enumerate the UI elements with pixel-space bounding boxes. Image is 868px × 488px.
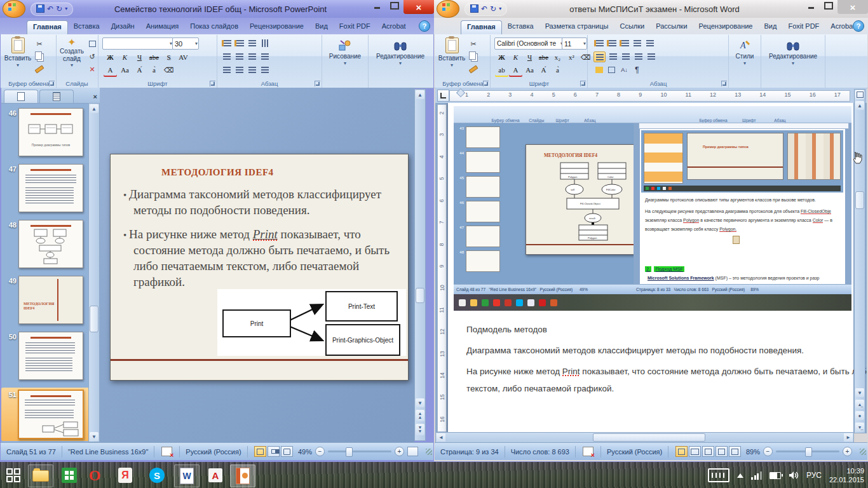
slide-title[interactable]: МЕТОДОЛОГИЯ IDEF4	[161, 167, 274, 178]
slide-canvas[interactable]: МЕТОДОЛОГИЯ IDEF4 Диаграмма таксономий м…	[110, 154, 409, 381]
ribbon-tab[interactable]: Acrobat	[376, 20, 412, 34]
minimize-button[interactable]	[802, 0, 820, 11]
zoom-slider[interactable]	[776, 451, 839, 452]
dialog-launcher-icon[interactable]	[315, 81, 320, 86]
scroll-thumb[interactable]	[90, 306, 98, 332]
network-signal-icon[interactable]	[751, 471, 762, 480]
highlight-button[interactable]: ab	[495, 64, 508, 76]
reset-slide-button[interactable]: ↺	[86, 51, 98, 62]
grow-font-button[interactable]: А́	[133, 64, 146, 76]
zoom-slider-thumb[interactable]	[805, 447, 812, 457]
columns-button[interactable]	[247, 51, 257, 61]
previous-page-button[interactable]: ▲̲	[855, 400, 864, 409]
align-right-button[interactable]	[620, 51, 631, 61]
battery-icon[interactable]	[770, 472, 781, 479]
ribbon-tab[interactable]: Ссылки	[614, 20, 650, 34]
slide-diagram[interactable]: Print Print-Text Print-Graphics-Object	[217, 289, 406, 356]
next-slide-button[interactable]: ▼▼	[416, 424, 424, 435]
redo-button[interactable]: ↻	[490, 5, 496, 13]
change-case-button[interactable]: Аа	[523, 64, 536, 76]
multilevel-list-button[interactable]	[619, 38, 630, 48]
shrink-font-button[interactable]: а̀	[147, 64, 161, 76]
copy-button[interactable]	[34, 51, 45, 62]
qat-dropdown-icon[interactable]: ▾	[499, 6, 501, 11]
language-status[interactable]: Русский (Россия)	[601, 446, 668, 458]
maximize-button[interactable]	[820, 0, 837, 11]
redo-button[interactable]: ↻	[56, 5, 62, 13]
diagram-box-print[interactable]: Print	[222, 309, 291, 337]
doc-paragraph-2[interactable]: Диаграмма таксономий методов классифицир…	[466, 346, 804, 355]
dialog-launcher-icon[interactable]	[721, 81, 727, 86]
spellcheck-status[interactable]	[154, 446, 180, 458]
slide-thumbnail-47[interactable]: 47	[1, 164, 90, 212]
italic-button[interactable]: К	[118, 51, 132, 63]
font-size-combo[interactable]: 30	[172, 37, 199, 50]
vertical-ruler[interactable]: 2345678910111213141516	[437, 104, 447, 432]
ppt-vertical-scrollbar[interactable]: ▲ ▼ ▲▲ ▼▼	[414, 89, 426, 441]
undo-button[interactable]: ↶	[47, 5, 53, 13]
volume-icon[interactable]	[789, 471, 799, 480]
decrease-indent-button[interactable]	[632, 38, 642, 48]
cut-button[interactable]: ✂	[468, 39, 479, 49]
fit-to-window-button[interactable]	[407, 447, 418, 456]
paste-button[interactable]: Вставить ▾	[4, 37, 31, 68]
align-center-button[interactable]	[607, 51, 618, 61]
hidden-icons-chevron[interactable]	[737, 473, 743, 478]
doc-paragraph-1[interactable]: Подмодель методов	[466, 325, 547, 334]
font-size-combo[interactable]: 11	[562, 37, 587, 50]
show-marks-button[interactable]: ¶	[632, 65, 642, 74]
bold-button[interactable]: Ж	[495, 51, 508, 63]
line-spacing-button[interactable]	[247, 38, 257, 48]
zoom-in-button[interactable]: +	[843, 447, 852, 456]
slide-thumbnail-49[interactable]: 49 МЕТОДОЛОГИЯ IDEF4	[1, 276, 90, 324]
text-direction-button[interactable]	[259, 38, 270, 48]
maximize-button[interactable]	[386, 0, 403, 11]
ribbon-tab[interactable]: Foxit PDF	[334, 20, 376, 34]
ribbon-tab[interactable]: Вид	[309, 20, 334, 34]
font-color-button[interactable]: А	[104, 64, 117, 76]
slide-thumbnail-50[interactable]: 50	[1, 332, 90, 380]
dialog-launcher-icon[interactable]	[483, 81, 489, 86]
office-button[interactable]	[437, 0, 459, 18]
ribbon-tab[interactable]: Рассылки	[650, 20, 693, 34]
layout-button[interactable]	[86, 39, 98, 49]
diagram-box-print-graphics[interactable]: Print-Graphics-Object	[325, 324, 400, 356]
sort-button[interactable]: А↓	[619, 65, 630, 74]
word-count[interactable]: Число слов: 8 693	[505, 446, 576, 458]
draft-view-button[interactable]	[729, 446, 741, 457]
minimize-button[interactable]	[368, 0, 386, 11]
zoom-in-button[interactable]: +	[395, 447, 404, 456]
print-layout-button[interactable]	[675, 446, 688, 457]
touch-keyboard-icon[interactable]	[708, 468, 729, 482]
clear-formatting-button[interactable]: ⌫	[162, 64, 175, 76]
word-horizontal-scrollbar[interactable]: ◄ ►	[435, 432, 854, 443]
indent-marker[interactable]	[456, 88, 465, 97]
ribbon-tab[interactable]: Главная	[27, 20, 68, 34]
taskbar-powerpoint-button[interactable]	[230, 464, 255, 487]
underline-button[interactable]: Ч	[523, 51, 536, 63]
subscript-button[interactable]: x₂	[551, 51, 564, 63]
ribbon-tab[interactable]: Главная	[461, 20, 502, 34]
paste-button[interactable]: Вставить ▾	[438, 37, 465, 68]
taskbar-skype-button[interactable]: S	[145, 464, 169, 486]
ribbon-tab[interactable]: Показ слайдов	[184, 20, 244, 34]
drawing-button[interactable]: Рисование ▾	[325, 39, 365, 66]
shading-button[interactable]	[593, 65, 604, 74]
page-counter[interactable]: Страница: 9 из 34	[435, 446, 505, 458]
slide-thumbnail-48[interactable]: 48	[1, 220, 90, 268]
justify-button[interactable]	[259, 65, 270, 74]
align-left-button[interactable]	[221, 65, 232, 74]
grow-font-button[interactable]: А́	[537, 64, 550, 76]
ribbon-tab[interactable]: Вставка	[68, 20, 105, 34]
scroll-left-icon[interactable]: ◄	[437, 433, 445, 442]
underline-button[interactable]: Ч	[133, 51, 146, 63]
dialog-launcher-icon[interactable]	[210, 81, 215, 86]
copy-button[interactable]	[468, 51, 479, 62]
help-button[interactable]: ?	[419, 20, 430, 32]
slide-sorter-button[interactable]	[268, 446, 280, 457]
font-color-button[interactable]: А	[509, 64, 522, 76]
panel-scrollbar[interactable]: ▲ ▼	[88, 103, 100, 442]
language-indicator[interactable]: РУС	[806, 471, 822, 480]
document-page[interactable]: Буфер обмена Слайды Шрифт Абзац 43444546…	[448, 103, 853, 433]
superscript-button[interactable]: x²	[565, 51, 578, 63]
